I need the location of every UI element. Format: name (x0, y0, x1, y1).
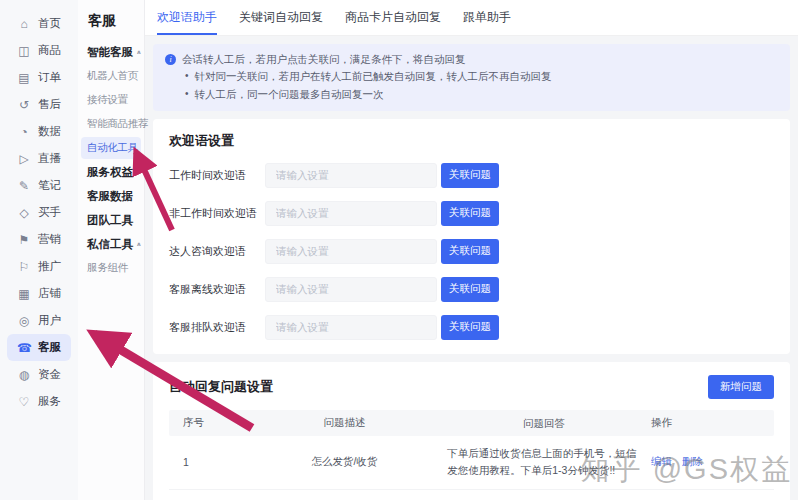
tab-keyword-auto-reply[interactable]: 关键词自动回复 (239, 0, 323, 35)
sidebar-item-label: 笔记 (38, 178, 61, 193)
subnav-label: 接待设置 (87, 93, 128, 107)
sidebar-item-label: 用户 (38, 313, 61, 328)
subnav-label: 智能客服 (87, 45, 133, 60)
link-question-button[interactable]: 关联问题 (441, 277, 499, 302)
chevron-up-icon: ∧ (136, 49, 142, 55)
column-header-question: 问题描述 (242, 416, 448, 430)
sidebar-item-label: 售后 (38, 97, 61, 112)
sidebar-item-home[interactable]: ⌂首页 (0, 10, 78, 37)
sidebar-item-live[interactable]: ▷直播 (0, 145, 78, 172)
sidebar-item-shop[interactable]: ▦店铺 (0, 280, 78, 307)
welcome-row-agent-offline: 客服离线欢迎语 关联问题 (169, 277, 774, 302)
cell-question: 怎么发货/收货 (242, 455, 448, 469)
subnav-item-team-tools[interactable]: 团队工具 (78, 208, 144, 232)
live-icon: ▷ (17, 153, 31, 165)
notice-banner: i 会话转人工后，若用户点击关联问，满足条件下，将自动回复 •针对同一关联问，若… (153, 44, 790, 111)
sidebar-item-label: 资金 (38, 367, 61, 382)
orders-icon: ▤ (17, 72, 31, 84)
sidebar-item-users[interactable]: ◎用户 (0, 307, 78, 334)
sidebar-item-data[interactable]: ◔数据 (0, 118, 78, 145)
funds-icon: ◍ (17, 369, 31, 381)
sidebar-item-label: 营销 (38, 232, 61, 247)
main-content: 欢迎语助手 关键词自动回复 商品卡片自动回复 跟单助手 i 会话转人工后，若用户… (145, 0, 798, 500)
subnav-label: 机器人首页 (87, 69, 138, 83)
table-row: 2 是充自己吗怎么用 是冲到自己账号下单后自动发 领取连接到 您短信中 手机端:… (169, 490, 774, 500)
subnav-item-robot-home[interactable]: 机器人首页 (78, 64, 144, 88)
subnav-label: 私信工具 (87, 237, 133, 252)
add-question-button[interactable]: 新增问题 (708, 375, 774, 399)
setting-input[interactable] (265, 277, 437, 302)
sidebar-item-label: 服务 (38, 394, 61, 409)
welcome-row-non-working-hours: 非工作时间欢迎语 关联问题 (169, 201, 774, 226)
subnav-item-smart-service[interactable]: 智能客服∧ (78, 40, 144, 64)
notice-bullet-text: 转人工后，同一个问题最多自动回复一次 (195, 86, 384, 103)
sidebar-item-funds[interactable]: ◍资金 (0, 361, 78, 388)
welcome-row-label: 达人咨询欢迎语 (169, 244, 265, 259)
column-header-no: 序号 (169, 416, 242, 430)
notice-bullet-text: 针对同一关联问，若用户在转人工前已触发自动回复，转人工后不再自动回复 (195, 68, 552, 85)
welcome-row-working-hours: 工作时间欢迎语 关联问题 (169, 163, 774, 188)
subnav-item-smart-product-recommend[interactable]: 智能商品推荐 (78, 112, 144, 136)
subnav-label: 服务组件 (87, 261, 128, 275)
sidebar-item-label: 订单 (38, 70, 61, 85)
subnav-label: 智能商品推荐 (87, 117, 148, 131)
sidebar-item-label: 推广 (38, 259, 61, 274)
setting-input[interactable] (265, 239, 437, 264)
welcome-settings-card: 欢迎语设置 工作时间欢迎语 关联问题 非工作时间欢迎语 关联问题 达人咨询欢迎语… (153, 119, 790, 354)
sidebar-item-goods[interactable]: ◫商品 (0, 37, 78, 64)
welcome-row-label: 非工作时间欢迎语 (169, 206, 265, 221)
marketing-icon: ⚑ (17, 234, 31, 246)
tab-welcome-assistant[interactable]: 欢迎语助手 (157, 0, 217, 35)
subnav-item-service-components[interactable]: 服务组件 (78, 256, 144, 280)
sidebar-item-promotion[interactable]: ⚐推广 (0, 253, 78, 280)
link-question-button[interactable]: 关联问题 (441, 201, 499, 226)
setting-input[interactable] (265, 315, 437, 340)
chevron-up-icon: ∧ (136, 241, 142, 247)
setting-input[interactable] (265, 163, 437, 188)
welcome-row-label: 客服排队欢迎语 (169, 320, 265, 335)
subnav-item-service-data[interactable]: 客服数据 (78, 184, 144, 208)
promotion-icon: ⚐ (17, 261, 31, 273)
link-question-button[interactable]: 关联问题 (441, 239, 499, 264)
link-question-button[interactable]: 关联问题 (441, 163, 499, 188)
tab-follow-order-assistant[interactable]: 跟单助手 (463, 0, 511, 35)
subnav-item-service-rights[interactable]: 服务权益 (78, 160, 144, 184)
subnav-label: 自动化工具 (87, 141, 138, 155)
sidebar-item-services[interactable]: ♡服务 (0, 388, 78, 415)
tab-product-card-auto-reply[interactable]: 商品卡片自动回复 (345, 0, 441, 35)
subnav-item-reception-settings[interactable]: 接待设置 (78, 88, 144, 112)
link-question-button[interactable]: 关联问题 (441, 315, 499, 340)
submenu-title: 客服 (88, 12, 144, 30)
sidebar-item-label: 直播 (38, 151, 61, 166)
goods-icon: ◫ (17, 45, 31, 57)
cell-no: 1 (169, 456, 242, 468)
welcome-row-label: 工作时间欢迎语 (169, 168, 265, 183)
sidebar-item-marketing[interactable]: ⚑营销 (0, 226, 78, 253)
sidebar-item-label: 买手 (38, 205, 61, 220)
welcome-row-influencer-consult: 达人咨询欢迎语 关联问题 (169, 239, 774, 264)
data-icon: ◔ (17, 126, 31, 138)
subnav-item-automation-tools[interactable]: 自动化工具 (81, 137, 141, 159)
sidebar-item-label: 首页 (38, 16, 61, 31)
welcome-row-label: 客服离线欢迎语 (169, 282, 265, 297)
sidebar-item-customer-service[interactable]: ☎客服 (7, 334, 71, 361)
sidebar-item-notes[interactable]: ✎笔记 (0, 172, 78, 199)
column-header-answer: 问题回答 (447, 418, 641, 429)
column-header-actions: 操作 (641, 416, 774, 430)
sidebar-item-aftersale[interactable]: ↺售后 (0, 91, 78, 118)
sidebar-item-label: 客服 (38, 340, 61, 355)
sidebar-item-buyer[interactable]: ◇买手 (0, 199, 78, 226)
auto-reply-title: 自动回复问题设置 (169, 378, 273, 396)
headset-icon: ☎ (17, 342, 31, 354)
subnav-item-private-message-tools[interactable]: 私信工具∧ (78, 232, 144, 256)
buyer-icon: ◇ (17, 207, 31, 219)
sidebar-item-label: 店铺 (38, 286, 61, 301)
primary-sidebar: ⌂首页 ◫商品 ▤订单 ↺售后 ◔数据 ▷直播 ✎笔记 ◇买手 ⚑营销 ⚐推广 … (0, 0, 78, 500)
customer-service-submenu: 客服 智能客服∧ 机器人首页 接待设置 智能商品推荐 自动化工具 服务权益 客服… (78, 0, 145, 500)
services-icon: ♡ (17, 396, 31, 408)
welcome-row-queue: 客服排队欢迎语 关联问题 (169, 315, 774, 340)
sidebar-item-orders[interactable]: ▤订单 (0, 64, 78, 91)
setting-input[interactable] (265, 201, 437, 226)
subnav-label: 团队工具 (87, 213, 133, 228)
bullet-icon: • (185, 68, 189, 85)
